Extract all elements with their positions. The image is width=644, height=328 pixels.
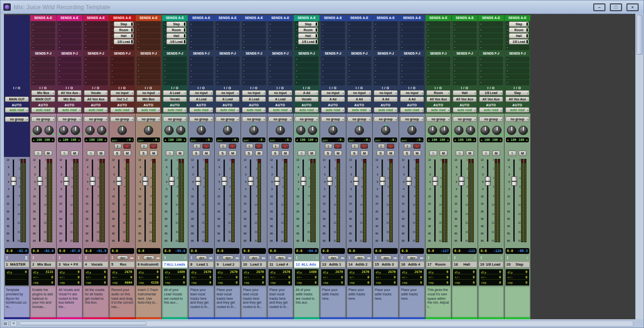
- record-arm-button[interactable]: [413, 144, 421, 149]
- input-selector[interactable]: no input▾: [110, 90, 134, 96]
- dyn-button[interactable]: dyn: [380, 255, 392, 260]
- send-slot[interactable]: +: [242, 80, 266, 85]
- send-slot[interactable]: +: [479, 74, 503, 79]
- send-button[interactable]: Slap: [509, 21, 529, 27]
- record-arm-button[interactable]: [334, 144, 342, 149]
- send-slot[interactable]: +: [321, 21, 345, 27]
- fader-handle[interactable]: [432, 176, 438, 186]
- mute-button[interactable]: M: [466, 151, 474, 156]
- pan-knob[interactable]: [33, 126, 42, 135]
- solo-button[interactable]: S: [324, 151, 332, 156]
- output-selector[interactable]: A Lead↑: [189, 96, 213, 102]
- send-slot[interactable]: +: [137, 68, 161, 74]
- send-slot[interactable]: +: [505, 80, 529, 85]
- send-slot[interactable]: +: [347, 33, 371, 39]
- nudge-stepper[interactable]: ▲▼: [480, 256, 482, 260]
- solo-button[interactable]: S: [429, 151, 437, 156]
- send-slot[interactable]: +: [216, 39, 240, 44]
- fader-handle[interactable]: [327, 176, 333, 186]
- output-selector[interactable]: All Vox Aux↑: [84, 96, 108, 102]
- send-slot[interactable]: +: [216, 80, 240, 85]
- group-selector[interactable]: no group▾: [216, 116, 240, 122]
- send-slot[interactable]: +Slap: [295, 21, 319, 27]
- comments-box[interactable]: Enable the plugins to add balance to you…: [31, 287, 55, 317]
- automation-mode-selector[interactable]: auto read▾: [400, 107, 424, 113]
- send-slot[interactable]: +: [137, 27, 161, 33]
- fader-handle[interactable]: [406, 176, 412, 186]
- output-selector[interactable]: All Vox Aux↑: [479, 96, 503, 102]
- fader-handle[interactable]: [380, 176, 385, 186]
- output-selector[interactable]: Mix Bus↑: [58, 96, 81, 102]
- automation-mode-selector[interactable]: auto read▾: [31, 107, 55, 113]
- send-slot[interactable]: +: [216, 68, 240, 74]
- automation-mode-selector[interactable]: auto read▾: [242, 107, 266, 113]
- send-slot[interactable]: +: [268, 57, 292, 62]
- automation-mode-selector[interactable]: auto read▾: [137, 107, 161, 113]
- nudge-stepper[interactable]: ▲▼: [243, 256, 245, 260]
- send-slot[interactable]: +: [216, 57, 240, 62]
- pan-knob[interactable]: [176, 126, 185, 135]
- output-selector[interactable]: Out 1-2↑: [110, 96, 134, 102]
- send-slot[interactable]: +: [58, 80, 81, 85]
- send-slot[interactable]: +: [58, 68, 81, 74]
- vertical-scrollbar[interactable]: [635, 14, 644, 319]
- solo-button[interactable]: S: [192, 151, 200, 156]
- fader-handle[interactable]: [142, 176, 148, 186]
- fader-handle[interactable]: [169, 176, 175, 186]
- track-name[interactable]: 5Rec: [110, 261, 135, 268]
- record-arm-button[interactable]: [255, 144, 262, 149]
- nudge-stepper[interactable]: ▲▼: [269, 256, 271, 260]
- nudge-stepper[interactable]: ▲▼: [85, 256, 87, 260]
- dyn-button[interactable]: dyn: [354, 255, 365, 260]
- comments-box[interactable]: Place your lead vocal tracks here and th…: [268, 287, 292, 317]
- send-slot[interactable]: +: [453, 45, 477, 50]
- send-slot[interactable]: +: [347, 27, 371, 33]
- send-slot[interactable]: +Slap: [163, 21, 187, 27]
- send-slot[interactable]: +: [479, 57, 503, 62]
- input-monitor-button[interactable]: I: [114, 144, 121, 149]
- comments-box[interactable]: Template provided by Byron for bchillmus…: [5, 287, 29, 317]
- send-slot[interactable]: +: [137, 57, 161, 62]
- solo-button[interactable]: S: [403, 151, 411, 156]
- send-slot[interactable]: +: [189, 21, 213, 27]
- fader-handle[interactable]: [63, 176, 69, 186]
- automation-mode-selector[interactable]: auto read▾: [374, 107, 398, 113]
- pan-knob[interactable]: [118, 126, 127, 135]
- pan-knob[interactable]: [428, 126, 437, 135]
- send-slot[interactable]: +: [321, 74, 345, 79]
- automation-mode-selector[interactable]: auto read▾: [84, 107, 108, 113]
- send-slot[interactable]: +: [400, 57, 424, 62]
- send-slot[interactable]: +: [479, 45, 503, 50]
- solo-button[interactable]: S: [113, 151, 121, 156]
- send-slot[interactable]: +: [58, 33, 81, 39]
- send-slot[interactable]: +: [84, 21, 108, 27]
- pan-knob[interactable]: [328, 126, 338, 135]
- fader-handle[interactable]: [301, 176, 306, 186]
- mute-button[interactable]: M: [44, 151, 52, 156]
- menu-icon[interactable]: ≡: [10, 321, 17, 327]
- send-slot[interactable]: +: [321, 45, 345, 50]
- send-slot[interactable]: +: [400, 74, 424, 79]
- solo-button[interactable]: S: [508, 151, 516, 156]
- send-slot[interactable]: +: [268, 21, 292, 27]
- send-slot[interactable]: +: [426, 27, 450, 33]
- send-slot[interactable]: +: [347, 57, 371, 62]
- send-slot[interactable]: +Hall: [163, 33, 187, 39]
- send-button[interactable]: 1/8 Lead: [509, 39, 529, 44]
- automation-mode-selector[interactable]: auto read▾: [347, 107, 371, 113]
- output-selector[interactable]: All Vox Aux↑: [505, 96, 529, 102]
- send-slot[interactable]: +: [295, 68, 319, 74]
- send-slot[interactable]: +: [242, 62, 266, 68]
- mute-button[interactable]: M: [71, 151, 79, 156]
- send-slot[interactable]: +: [374, 39, 398, 44]
- send-slot[interactable]: +: [321, 33, 345, 39]
- comments-box[interactable]: Place your adlib tracks here.: [374, 287, 398, 317]
- group-selector[interactable]: no group▾: [268, 116, 292, 122]
- input-selector[interactable]: All Vox Aux▾: [58, 90, 81, 96]
- send-slot[interactable]: +: [84, 45, 108, 50]
- input-monitor-button[interactable]: I: [141, 144, 148, 149]
- send-slot[interactable]: +: [505, 74, 529, 79]
- group-selector[interactable]: no group▾: [137, 116, 161, 122]
- mute-button[interactable]: M: [202, 151, 210, 156]
- pan-knob[interactable]: [44, 126, 54, 135]
